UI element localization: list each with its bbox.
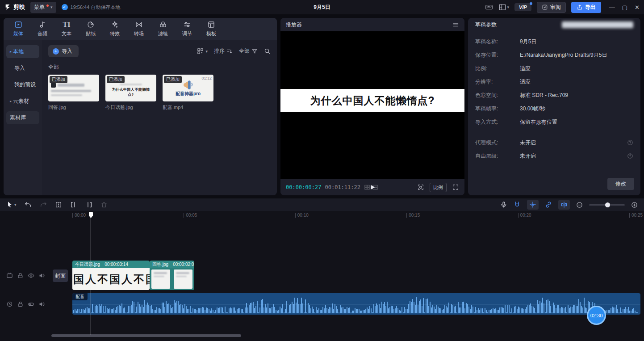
view-mode-button[interactable]: ▾ <box>197 48 208 55</box>
param-row-colorspace: 色彩空间: 标准 SDR - Rec.709 <box>468 88 640 102</box>
media-card-topic[interactable]: 已添加 为什么中国人不能懒惰点? 今日话题.jpg <box>105 75 156 111</box>
modify-button[interactable]: 修改 <box>607 178 634 190</box>
export-button[interactable]: 导出 <box>571 2 601 13</box>
redo-button[interactable] <box>40 201 47 208</box>
video-preview[interactable]: 为什么中国人不能懒惰点? <box>280 31 464 179</box>
lock-track-icon[interactable] <box>17 301 24 307</box>
undo-button[interactable] <box>25 201 32 208</box>
layout-switch-button[interactable]: ▾ <box>498 3 510 11</box>
link-icon <box>545 201 552 208</box>
mute-track-icon[interactable] <box>38 301 45 307</box>
project-title: 9月5日 <box>314 4 330 11</box>
tab-audio[interactable]: 音频 <box>30 20 54 37</box>
timeline-clip-topic[interactable]: 今日话题.jpg 00:00:03:14 国人不国人不国人不国人不 <box>72 261 150 290</box>
adjust-icon <box>183 20 191 29</box>
player-menu-icon[interactable] <box>452 21 459 28</box>
chevron-down-icon: ▾ <box>14 202 17 207</box>
help-icon[interactable] <box>627 139 633 146</box>
import-button[interactable]: + 导入 <box>48 45 79 57</box>
fullscreen-icon[interactable] <box>452 184 459 191</box>
toggle-track-icon[interactable] <box>28 301 34 307</box>
filter-button[interactable]: 全部 <box>239 47 258 55</box>
autosave-text: 19:56:44 自动保存本地 <box>71 4 121 11</box>
tab-media[interactable]: 媒体 <box>6 20 30 37</box>
tab-sticker[interactable]: 贴纸 <box>79 20 103 37</box>
timeline-audio-clip[interactable]: 配音 <box>72 293 640 315</box>
sidebar-item-library[interactable]: 素材库 <box>6 111 39 124</box>
tab-effects[interactable]: 特效 <box>103 20 127 37</box>
search-button[interactable] <box>264 48 271 55</box>
play-button[interactable] <box>369 184 376 191</box>
added-badge: 已添加 <box>107 76 125 83</box>
sidebar-item-import[interactable]: 导入 <box>6 62 39 75</box>
funnel-icon <box>251 48 258 55</box>
main-track-magnet-button[interactable] <box>514 201 521 208</box>
grid-view-icon <box>197 48 204 55</box>
current-time: 00:00:00:27 <box>286 184 321 190</box>
tab-templates[interactable]: 模板 <box>199 20 223 37</box>
media-card-answer[interactable]: 已添加 回答.jpg <box>48 75 99 111</box>
window-close-button[interactable]: ✕ <box>635 4 640 11</box>
tab-adjust[interactable]: 调节 <box>175 20 199 37</box>
sidebar-item-local[interactable]: ▸ 本地 <box>6 45 39 58</box>
media-filename: 回答.jpg <box>48 104 99 111</box>
auto-snap-button[interactable] <box>527 200 539 210</box>
vip-notification-dot <box>530 2 532 5</box>
split-button[interactable] <box>55 201 62 208</box>
video-caption-text: 为什么中国人不能懒惰点? <box>310 94 435 108</box>
audio-track-controls <box>6 301 45 307</box>
mute-track-icon[interactable] <box>38 272 45 279</box>
cover-button[interactable]: 封面 <box>53 269 68 282</box>
review-button[interactable]: 审阅 <box>537 2 566 13</box>
media-thumbnail: 已添加 <box>48 75 99 101</box>
review-icon <box>542 4 548 10</box>
tab-transitions[interactable]: 转场 <box>127 20 151 37</box>
caret-icon: ▸ <box>10 50 12 54</box>
param-row-ratio: 比例: 适应 <box>468 62 640 75</box>
media-filename: 配音.mp4 <box>163 104 213 111</box>
trim-right-button[interactable] <box>85 201 92 208</box>
playhead[interactable] <box>91 212 91 335</box>
titlebar: 剪映 菜单 ▾ ✓ 19:56:44 自动保存本地 9月5日 ▾ VIP 审阅 <box>0 0 644 14</box>
effects-icon <box>111 20 119 29</box>
record-voiceover-button[interactable] <box>500 201 507 208</box>
timeline-ruler[interactable]: 00:0000:0500:1000:1500:2000:25 <box>0 211 644 219</box>
preview-axis-button[interactable] <box>558 200 570 210</box>
tab-filters[interactable]: 滤镜 <box>151 20 175 37</box>
help-icon[interactable] <box>627 153 633 159</box>
hide-track-icon[interactable] <box>28 272 34 279</box>
zoom-slider-thumb[interactable] <box>605 202 610 207</box>
delete-button[interactable] <box>100 201 108 208</box>
vip-badge[interactable]: VIP <box>514 3 531 11</box>
timeline-horizontal-scrollbar[interactable] <box>51 334 241 337</box>
timeline-clip-answer[interactable]: 回答.jpg 00:00:02:00 <box>150 261 194 290</box>
ratio-button[interactable]: 比例 <box>430 183 447 192</box>
select-tool-button[interactable]: ▾ <box>6 201 17 208</box>
zoom-out-button[interactable] <box>576 202 583 208</box>
magnet-icon <box>514 201 521 208</box>
tab-text[interactable]: TI 文本 <box>54 20 79 37</box>
window-minimize-button[interactable]: — <box>609 4 615 11</box>
sidebar-item-cloud[interactable]: ▸ 云素材 <box>6 95 39 108</box>
linkage-button[interactable] <box>545 201 552 208</box>
zoom-in-button[interactable] <box>631 202 638 208</box>
timeline-toolbar: ▾ <box>0 198 644 211</box>
menu-button[interactable]: 菜单 ▾ <box>30 2 56 13</box>
shortcut-keyboard-icon[interactable] <box>485 3 493 11</box>
timeline-zoom-slider[interactable] <box>589 204 625 206</box>
search-icon <box>264 48 271 55</box>
jianying-logo-icon <box>4 4 12 11</box>
param-row-location: 保存位置: E:/Naraka/JianyingPro Drafts/9月5日 <box>468 48 640 62</box>
window-maximize-button[interactable]: ▢ <box>622 4 627 11</box>
sort-button[interactable]: 排序 <box>214 47 233 55</box>
transition-icon <box>135 20 143 29</box>
timeline-tracks[interactable]: 00:0000:0500:1000:1500:2000:25 封面 今日话题.j… <box>0 211 644 341</box>
sidebar-item-presets[interactable]: 我的预设 <box>6 78 39 91</box>
cursor-icon <box>6 201 13 208</box>
trim-left-button[interactable] <box>70 201 77 208</box>
media-card-voiceover[interactable]: 已添加 01:12 配音神器pro 配音.mp4 <box>163 75 213 111</box>
play-icon <box>369 184 376 191</box>
quality-enhance-icon[interactable] <box>417 184 424 191</box>
volume-line[interactable] <box>72 304 640 304</box>
lock-track-icon[interactable] <box>17 272 24 279</box>
